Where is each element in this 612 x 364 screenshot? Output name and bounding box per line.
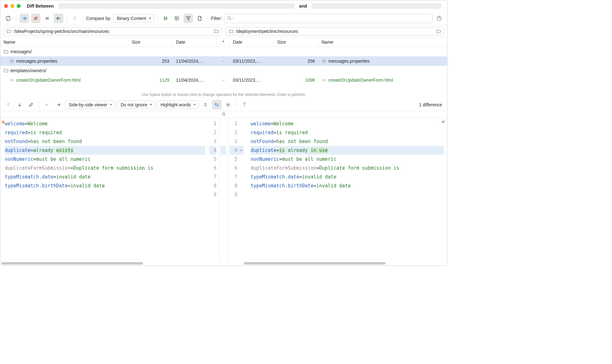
code-line[interactable]	[5, 190, 205, 199]
left-path-text[interactable]: /IdeaProjects/spring-petclinic/src/main/…	[14, 29, 211, 34]
right-pane: 1234«56789 welcome=Welcomerequired=is re…	[228, 118, 447, 261]
code-line[interactable]: notFound=has not been found	[251, 137, 444, 146]
nav-forward-button[interactable]	[54, 100, 63, 110]
svg-point-0	[228, 17, 230, 19]
tree-row[interactable]: createOrUpdateOwnerForm.html112911/04/20…	[0, 75, 447, 85]
highlight-mode-dropdown[interactable]: Highlight words	[157, 101, 199, 109]
collapse-unchanged-button[interactable]	[201, 100, 210, 110]
code-line[interactable]: duplicate=already exists	[5, 146, 205, 155]
separator	[39, 101, 39, 108]
code-line[interactable]: nonNumeric=must be all numeric	[251, 155, 444, 164]
folder-icon	[3, 68, 9, 73]
sync-right-button[interactable]	[20, 14, 29, 23]
code-right[interactable]: welcome=Welcomerequired=is requirednotFo…	[246, 118, 447, 261]
run-button[interactable]	[161, 14, 170, 23]
html-file-icon	[322, 78, 327, 83]
code-left[interactable]: welcome=Welcomerequired=is requirednotFo…	[0, 118, 208, 261]
lock-row	[0, 111, 447, 118]
folder-icon	[228, 29, 234, 34]
ignore-mode-dropdown[interactable]: Do not ignore	[117, 101, 155, 109]
gutter-right: 1234«56789	[228, 118, 246, 261]
filter-input[interactable]	[224, 14, 433, 23]
code-line[interactable]: nonNumeric=must be all numeric	[5, 155, 205, 164]
compare-by-label: Compare by:	[86, 16, 111, 21]
op-arrow[interactable]: →	[217, 59, 230, 64]
html-file-icon	[9, 78, 14, 83]
apply-change-button[interactable]: «	[239, 146, 244, 155]
filter-icon-button[interactable]	[184, 14, 193, 23]
help-button[interactable]	[434, 14, 444, 23]
separator	[236, 101, 236, 108]
code-line[interactable]: required=is required	[5, 128, 205, 137]
col-name-left[interactable]: Name	[0, 38, 128, 47]
nav-back-button	[42, 100, 52, 110]
code-line[interactable]: duplicate=is already in use	[251, 146, 444, 155]
diff-window: Diff Between and Compare by: Binary Cont…	[0, 0, 447, 266]
browse-folder-icon[interactable]	[436, 29, 441, 34]
minimize-window-button[interactable]	[10, 4, 14, 8]
gutter-mid	[219, 118, 228, 261]
tree-row[interactable]: templates/owners/	[0, 66, 447, 75]
editor-wrap: welcome=Welcomerequired=is requirednotFo…	[0, 118, 447, 261]
titlebar: Diff Between and	[0, 0, 447, 12]
tree-header: Name Size Date * Date Size Name	[0, 38, 447, 47]
diff-help-button[interactable]: ?	[240, 100, 249, 110]
tree-row[interactable]: messages.properties25311/04/2024,…→03/11…	[0, 56, 447, 66]
main-toolbar: Compare by: Binary Content Filter:	[0, 12, 447, 25]
sync-left-button[interactable]	[54, 14, 63, 23]
hscroll-right[interactable]	[243, 261, 447, 266]
code-line[interactable]: welcome=Welcome	[5, 119, 205, 128]
code-line[interactable]: notFound=has not been found	[5, 137, 205, 146]
tree-body: messages/messages.properties25311/04/202…	[0, 47, 447, 85]
file-date-right: 03/11/2023,…	[230, 59, 274, 64]
col-op[interactable]: *	[217, 38, 230, 47]
viewer-mode-value: Side-by-side viewer	[69, 102, 107, 107]
edit-button[interactable]	[26, 100, 36, 110]
equal-button[interactable]	[42, 14, 52, 23]
browse-folder-icon[interactable]	[214, 29, 219, 34]
zoom-window-button[interactable]	[17, 4, 21, 8]
not-equal-button[interactable]	[31, 14, 41, 23]
next-change-button[interactable]	[15, 100, 24, 110]
add-file-button[interactable]	[195, 14, 204, 23]
code-line[interactable]: welcome=Welcome	[251, 119, 444, 128]
hint-text: Use Space button or mouse click to chang…	[0, 91, 447, 99]
col-date-right[interactable]: Date	[230, 38, 274, 47]
viewer-mode-dropdown[interactable]: Side-by-side viewer	[65, 101, 115, 109]
window-title-path-right	[311, 3, 441, 9]
separator	[66, 15, 67, 22]
svg-point-2	[11, 60, 12, 62]
col-name-right[interactable]: Name	[318, 38, 447, 47]
diff-count: 1 difference	[419, 102, 444, 107]
op-arrow[interactable]: →	[217, 78, 230, 83]
rerun-button[interactable]	[172, 14, 182, 23]
code-line[interactable]: typeMismatch.date=invalid date	[251, 173, 444, 181]
window-title-and: and	[299, 3, 307, 9]
sync-scroll-button[interactable]	[212, 100, 222, 110]
tree-row[interactable]: messages/	[0, 47, 447, 56]
file-name-right: createOrUpdateOwnerForm.html	[328, 78, 393, 83]
code-line[interactable]	[251, 190, 444, 199]
separator	[157, 15, 158, 22]
hscroll-left[interactable]	[0, 261, 205, 266]
code-line[interactable]: duplicateFormSubmission=Duplicate form s…	[251, 164, 444, 173]
col-date-left[interactable]: Date	[173, 38, 217, 47]
col-size-right[interactable]: Size	[274, 38, 318, 47]
file-name-left: messages/	[10, 49, 32, 54]
code-line[interactable]: duplicateFormSubmission=Duplicate form s…	[5, 164, 205, 173]
code-line[interactable]: typeMismatch.date=invalid date	[5, 173, 205, 181]
file-size-right: 256	[274, 59, 318, 64]
code-line[interactable]: required=is required	[251, 128, 444, 137]
code-line[interactable]: typeMismatch.birthDate=invalid date	[5, 181, 205, 190]
compare-by-dropdown[interactable]: Binary Content	[113, 14, 154, 22]
folder-icon	[3, 49, 9, 54]
diff-settings-button[interactable]	[223, 100, 233, 110]
highlight-mode-value: Highlight words	[160, 102, 191, 107]
right-path-text[interactable]: /deployment/petclinic/resources	[236, 29, 434, 34]
close-window-button[interactable]	[4, 4, 8, 8]
col-size-left[interactable]: Size	[128, 38, 173, 47]
separator	[83, 15, 83, 22]
refresh-button[interactable]	[3, 14, 13, 23]
svg-rect-5	[223, 114, 225, 115]
code-line[interactable]: typeMismatch.birthDate=invalid date	[251, 181, 444, 190]
